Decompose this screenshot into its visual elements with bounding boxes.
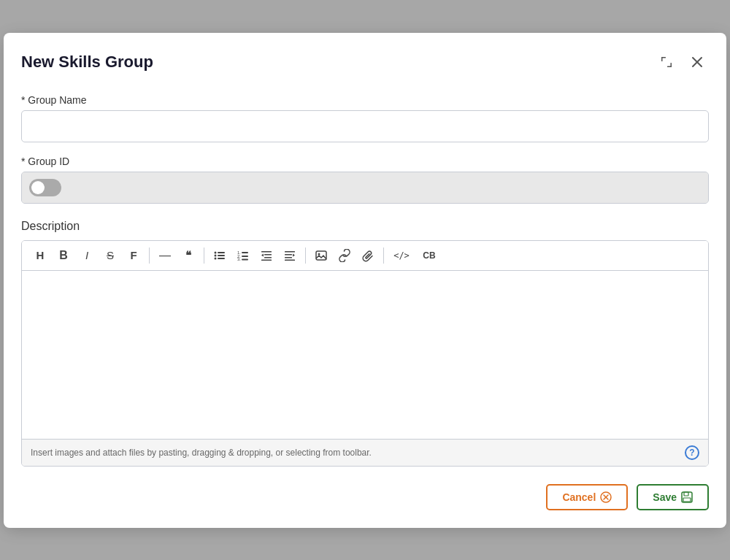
attachment-button[interactable] [357, 245, 379, 266]
italic-button[interactable]: I [76, 245, 98, 266]
group-id-row [21, 172, 709, 204]
dialog-header-icons [655, 50, 709, 74]
bullet-list-icon [213, 249, 226, 262]
dialog-header: New Skills Group [21, 50, 709, 74]
svg-rect-9 [218, 255, 225, 256]
group-name-label: * Group Name [21, 94, 709, 106]
group-id-toggle[interactable] [29, 179, 61, 196]
editor-container: H B I S F — [21, 240, 709, 467]
link-icon [338, 249, 351, 262]
ordered-list-icon: 1. 2. 3. [237, 249, 250, 262]
indent-left-icon [283, 249, 296, 262]
attachment-icon [361, 249, 374, 262]
svg-point-8 [215, 254, 217, 256]
save-button[interactable]: Save [637, 484, 709, 510]
cancel-icon [600, 491, 612, 503]
svg-rect-23 [285, 251, 295, 253]
toolbar-separator-4 [383, 248, 384, 264]
dialog-overlay: New Skills Group [0, 0, 730, 560]
svg-marker-22 [261, 253, 264, 256]
bullet-list-button[interactable] [209, 245, 231, 266]
svg-rect-25 [285, 257, 292, 258]
cb-button[interactable]: CB [416, 245, 442, 266]
help-icon[interactable]: ? [685, 445, 699, 460]
dialog: New Skills Group [4, 33, 726, 528]
ordered-list-button[interactable]: 1. 2. 3. [232, 245, 254, 266]
image-icon [315, 249, 328, 262]
close-icon [691, 56, 703, 68]
editor-toolbar: H B I S F — [22, 241, 708, 271]
svg-rect-17 [242, 258, 248, 260]
svg-marker-27 [293, 253, 295, 256]
link-button[interactable] [334, 245, 356, 266]
svg-rect-24 [285, 254, 292, 256]
svg-rect-18 [261, 251, 272, 253]
toolbar-separator-3 [305, 248, 306, 264]
editor-footer: Insert images and attach files by pastin… [22, 439, 708, 466]
svg-rect-15 [242, 256, 248, 257]
save-label: Save [653, 491, 677, 503]
svg-rect-35 [683, 498, 691, 502]
svg-rect-1 [661, 57, 663, 61]
svg-rect-21 [261, 259, 272, 261]
svg-rect-3 [671, 63, 672, 67]
hr-button[interactable]: — [154, 245, 176, 266]
expand-button[interactable] [655, 50, 678, 74]
strikethrough-button[interactable]: S [99, 245, 121, 266]
toggle-track [29, 179, 61, 196]
svg-point-10 [215, 257, 217, 259]
group-id-input[interactable] [69, 172, 708, 203]
toolbar-separator-2 [204, 248, 204, 264]
description-label: Description [21, 220, 709, 233]
toggle-wrapper [22, 172, 69, 203]
toolbar-separator-1 [149, 248, 150, 264]
indent-right-icon [260, 249, 273, 262]
svg-text:3.: 3. [237, 257, 241, 261]
code-button[interactable]: </> [388, 245, 415, 266]
save-icon [681, 491, 693, 503]
editor-footer-hint: Insert images and attach files by pastin… [31, 448, 372, 458]
heading-icon: H [36, 249, 45, 261]
group-id-field: * Group ID [21, 156, 709, 204]
image-button[interactable] [310, 245, 332, 266]
blockquote-button[interactable]: ❝ [177, 245, 199, 266]
hr-icon: — [159, 249, 171, 262]
blockquote-icon: ❝ [185, 249, 191, 262]
description-field: Description H B I S [21, 220, 709, 467]
dialog-title: New Skills Group [21, 53, 153, 72]
svg-rect-20 [264, 257, 272, 258]
svg-rect-26 [285, 259, 295, 261]
group-id-label: * Group ID [21, 156, 709, 167]
svg-point-6 [215, 251, 217, 253]
cancel-label: Cancel [562, 491, 596, 503]
svg-rect-13 [242, 252, 248, 253]
toggle-thumb [31, 181, 45, 194]
italic-icon: I [85, 249, 88, 261]
heading-button[interactable]: H [29, 245, 51, 266]
group-name-input[interactable] [21, 110, 709, 142]
indent-right-button[interactable] [256, 245, 277, 266]
svg-rect-28 [316, 251, 326, 260]
bold-button[interactable]: B [53, 245, 74, 266]
expand-icon [660, 55, 673, 69]
strikethrough-icon: S [107, 249, 114, 261]
cb-icon: CB [423, 250, 435, 261]
svg-rect-11 [218, 258, 225, 259]
font-button[interactable]: F [123, 245, 145, 266]
editor-body[interactable] [22, 271, 708, 439]
dialog-footer: Cancel Save [21, 484, 709, 510]
indent-left-button[interactable] [279, 245, 301, 266]
close-button[interactable] [685, 50, 709, 74]
bold-icon: B [59, 249, 68, 262]
code-icon: </> [393, 250, 410, 261]
svg-rect-7 [218, 252, 225, 253]
cancel-button[interactable]: Cancel [546, 484, 628, 510]
group-name-field: * Group Name [21, 94, 709, 142]
font-icon: F [130, 249, 137, 261]
svg-rect-19 [264, 254, 272, 256]
